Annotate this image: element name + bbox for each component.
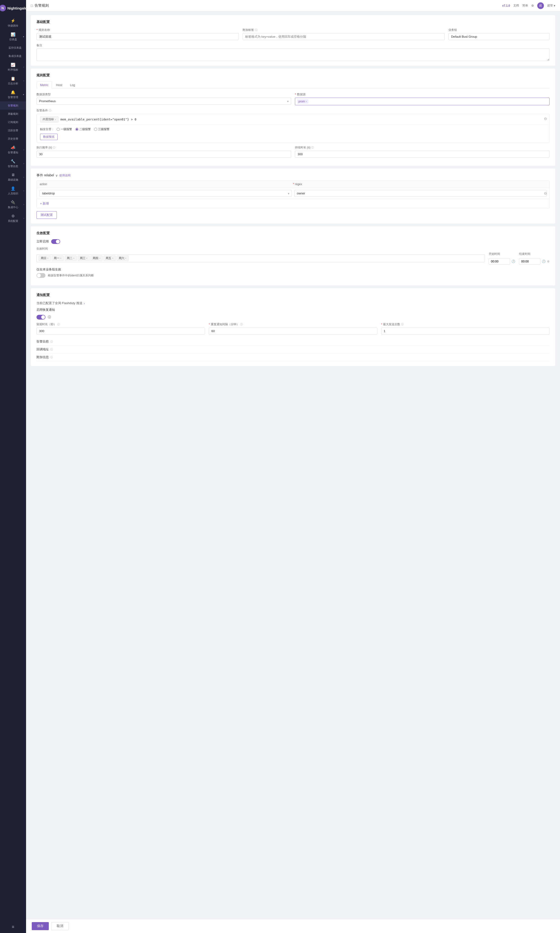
note-textarea[interactable] — [37, 49, 549, 61]
sidebar-item-monitor-dashboard[interactable]: 监控仪表盘 — [0, 44, 26, 52]
col-regex: regex — [293, 182, 546, 186]
duration-group: 持续时长 (s) ⓘ — [295, 145, 549, 157]
only-biz-desc: 根据告警事件中的ident归属关系判断 — [48, 273, 94, 278]
regex-input[interactable] — [294, 190, 546, 197]
relabel-chevron[interactable]: ∨ — [55, 174, 58, 177]
day-close-sat[interactable]: × — [125, 257, 126, 259]
biz-input[interactable] — [448, 33, 549, 40]
lang-link[interactable]: 简体 — [522, 3, 528, 8]
clock-icon: 🕐 — [542, 259, 546, 263]
note-group: 备注 — [37, 43, 549, 61]
end-time-input[interactable] — [519, 258, 540, 265]
radio-level2[interactable]: 二级报警 — [75, 127, 91, 131]
tab-metric[interactable]: Metric — [37, 81, 52, 89]
sidebar-item-silence-rules[interactable]: 屏蔽规则 — [0, 110, 26, 118]
rule-name-input[interactable] — [37, 33, 239, 40]
flashduty-row: 当前已配置了全局 Flashduty 推送 › — [37, 301, 549, 305]
only-biz-toggle[interactable] — [37, 273, 46, 278]
footer: 保存 取消 — [26, 919, 560, 933]
chevron-right-icon: › — [23, 204, 24, 206]
sidebar-item-personnel[interactable]: 👤 人员组织 › — [0, 184, 26, 198]
start-time-row: 🕐 — [489, 258, 515, 265]
clock-icon: 🕐 — [511, 259, 515, 263]
sidebar-item-alert-mgmt[interactable]: 🔔 告警管理 ▾ — [0, 88, 26, 102]
condition-delete-icon[interactable]: ⊖ — [544, 116, 547, 121]
basic-config-title: 基础配置 — [37, 20, 549, 24]
day-close-mon[interactable]: × — [60, 257, 62, 259]
day-close-thu[interactable]: × — [99, 257, 100, 259]
effective-time-label: 生效时间 — [37, 247, 549, 251]
relabel-delete-icon[interactable]: ⊖ — [544, 191, 547, 196]
sidebar-item-basic-settings[interactable]: 🖥 基础设施 › — [0, 170, 26, 184]
day-close-sun[interactable]: × — [47, 257, 49, 259]
duration-label: 持续时长 (s) ⓘ — [295, 145, 549, 150]
sidebar-item-dashboard[interactable]: 📊 仪表盘 ▾ — [0, 30, 26, 44]
relabel-table: action regex labeldrop ⊖ — [37, 180, 549, 208]
datasource-tags-input[interactable]: prom × — [295, 98, 549, 105]
save-button[interactable]: 保存 — [32, 922, 49, 930]
add-relabel-button[interactable]: + 新增 — [37, 199, 549, 208]
datasource-type-label: 数据源类型 — [37, 93, 291, 97]
sidebar-item-log[interactable]: 📋 日志分析 › — [0, 74, 26, 88]
sidebar-item-alert-notify[interactable]: 📣 告警通知 › — [0, 143, 26, 157]
content-area: 基础配置 * 规则名称 附加标签 ⓘ — [26, 11, 560, 919]
recovery-toggle[interactable] — [37, 315, 46, 319]
sidebar-item-timeseries[interactable]: 📈 时序指标 › — [0, 60, 26, 74]
action-select[interactable]: labeldrop — [40, 190, 292, 197]
day-close-tue[interactable]: × — [73, 257, 75, 259]
test-config-button[interactable]: 测试配置 — [37, 211, 57, 219]
user-menu[interactable]: 超管 ▾ — [547, 3, 555, 8]
start-time-input[interactable] — [489, 258, 510, 265]
max-send-label: * 最大发送次数 ⓘ — [381, 322, 549, 326]
exec-freq-input[interactable] — [37, 151, 291, 157]
settings-icon[interactable]: ⚙ — [531, 4, 534, 7]
add-time-icon[interactable]: ⊕ — [547, 259, 549, 263]
system-icon: ⚙ — [11, 214, 15, 218]
sidebar-item-active-alerts[interactable]: 活跃告警 — [0, 126, 26, 135]
repeat-label: * 重复通知间隔（分钟） ⓘ — [209, 322, 377, 326]
sidebar-item-label: 告警规则 — [8, 104, 18, 107]
day-tags: 周日 × 周一 × 周二 × 周三 × — [37, 254, 485, 262]
col-action: action — [40, 182, 293, 186]
duration-input[interactable] — [295, 151, 549, 157]
doc-link[interactable]: 文档 — [513, 3, 519, 8]
condition-header: 内置指标 › mem_available_percent{ident="open… — [37, 114, 549, 125]
cancel-button[interactable]: 取消 — [51, 922, 69, 930]
sidebar-item-self-healing[interactable]: 🔧 告警自愈 › — [0, 157, 26, 170]
sidebar-item-subscription-rules[interactable]: 订阅规则 — [0, 118, 26, 126]
immediate-toggle[interactable] — [51, 239, 60, 244]
sidebar-item-label: 订阅规则 — [8, 120, 18, 124]
collapse-icon[interactable]: ≡ — [12, 924, 14, 930]
tag-input[interactable] — [243, 33, 445, 40]
silence-input[interactable] — [37, 328, 205, 335]
radio-level1[interactable]: 一级报警 — [57, 127, 72, 131]
trigger-radio-group: 一级报警 二级报警 三级报警 — [57, 127, 109, 131]
relabel-regex-cell — [294, 190, 546, 197]
max-send-input[interactable] — [381, 328, 549, 335]
day-tag-sat: 周六 × — [117, 256, 129, 261]
day-close-fri[interactable]: × — [112, 257, 114, 259]
sidebar-item-alert-rules[interactable]: 告警规则 — [0, 102, 26, 110]
day-close-wed[interactable]: × — [86, 257, 88, 259]
tag-close-icon[interactable]: × — [306, 100, 307, 103]
sidebar-item-quick-jump[interactable]: ⚡ 快捷跳转 — [0, 16, 26, 30]
sidebar-item-system-config[interactable]: ⚙ 系统配置 › — [0, 211, 26, 225]
sidebar-item-integrate-dashboard[interactable]: 集成仪表盘 — [0, 52, 26, 60]
sidebar-item-integration[interactable]: 🔌 集成中心 › — [0, 198, 26, 211]
radio-level3[interactable]: 三级报警 — [94, 127, 109, 131]
tag-label: 附加标签 ⓘ — [243, 28, 445, 32]
flashduty-link[interactable]: › — [84, 302, 85, 305]
datasource-type-select[interactable]: Prometheus — [37, 98, 291, 105]
tab-host[interactable]: Host — [52, 81, 66, 88]
sidebar-item-history-alerts[interactable]: 历史告警 — [0, 135, 26, 143]
repeat-input[interactable] — [209, 328, 377, 335]
version-label: v7.1.0 — [502, 4, 510, 7]
extra-label: 附加信息 — [37, 355, 49, 359]
relabel-usage-link[interactable]: 使用说明 — [59, 174, 71, 177]
page-title: 告警规则 — [35, 3, 49, 8]
effective-section: 生效配置 立即启用 生效时间 周日 × 周一 × — [31, 227, 555, 285]
preview-button[interactable]: 数据预览 — [40, 134, 58, 140]
datasource-group: * 数据源 prom × — [295, 93, 549, 105]
sidebar-item-label: 仪表盘 — [9, 38, 17, 41]
tab-log[interactable]: Log — [66, 81, 78, 88]
